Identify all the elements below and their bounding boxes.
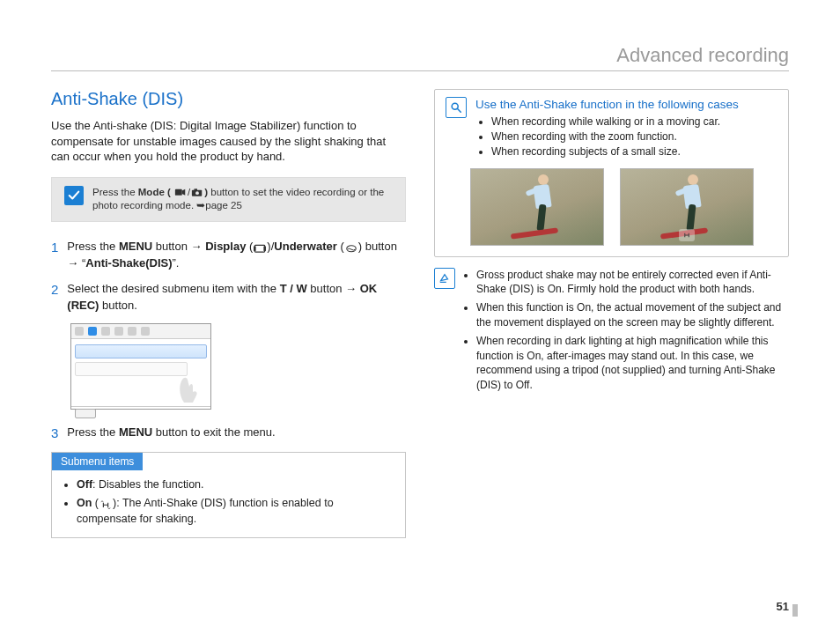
intro-paragraph: Use the Anti-shake (DIS: Digital Image S… xyxy=(51,118,406,165)
note-icon xyxy=(434,268,455,289)
tab-icon xyxy=(128,327,136,336)
svg-point-2 xyxy=(195,191,199,195)
header-rule xyxy=(51,70,789,71)
display-icon xyxy=(254,241,266,252)
screenshot-tabbar xyxy=(71,324,210,339)
tab-icon xyxy=(75,327,84,336)
section-title: Anti-Shake (DIS) xyxy=(51,89,406,109)
check-icon xyxy=(64,186,84,205)
list-item: When recording subjects of a small size. xyxy=(491,144,777,159)
example-thumbnails xyxy=(446,168,777,246)
list-item: When this function is On, the actual mov… xyxy=(476,300,789,330)
page-header: Advanced recording xyxy=(51,44,789,67)
example-thumb-shaky xyxy=(470,168,604,246)
step-1: 1 Press the MENU button → Display ()/Und… xyxy=(51,238,406,272)
tab-icon-active xyxy=(88,327,97,336)
svg-rect-6 xyxy=(264,246,267,250)
step-2: 2 Select the desired submenu item with t… xyxy=(51,280,406,314)
list-item: When recording in dark lighting at high … xyxy=(476,334,789,393)
menu-row-selected xyxy=(75,344,207,358)
menu-button-icon xyxy=(75,409,96,418)
svg-rect-3 xyxy=(195,188,198,190)
page-number: 51 xyxy=(777,600,789,613)
svg-line-9 xyxy=(457,108,461,112)
notes-list: Gross product shake may not be entirely … xyxy=(476,268,789,396)
screenshot-footer xyxy=(71,406,210,419)
page: Advanced recording Anti-Shake (DIS) Use … xyxy=(0,0,840,643)
underwater-icon xyxy=(345,241,357,252)
step-body: Press the MENU button → Display ()/Under… xyxy=(67,238,406,272)
list-item: Gross product shake may not be entirely … xyxy=(476,268,789,298)
submenu-box: Submenu items Off: Disables the function… xyxy=(51,452,406,539)
menu-row xyxy=(75,362,188,376)
step-body: Press the MENU button to exit the menu. xyxy=(67,424,275,443)
svg-rect-0 xyxy=(175,189,182,196)
anti-shake-icon xyxy=(99,499,112,509)
use-cases-box: Use the Anti-Shake function in the follo… xyxy=(434,89,789,257)
tab-icon xyxy=(141,327,150,336)
photo-mode-icon xyxy=(191,188,203,198)
step-number: 2 xyxy=(51,280,58,314)
list-item: When recording with the zoom function. xyxy=(491,129,777,144)
skateboarder-figure xyxy=(679,174,709,233)
use-cases-list: When recording while walking or in a mov… xyxy=(491,115,777,159)
anti-shake-overlay-icon xyxy=(679,229,695,241)
right-column: Use the Anti-Shake function in the follo… xyxy=(434,89,789,538)
example-thumb-stable xyxy=(620,168,754,246)
notes-row: Gross product shake may not be entirely … xyxy=(434,268,789,396)
submenu-list: Off: Disables the function. On (): The A… xyxy=(77,477,393,528)
mode-note-box: Press the Mode ( /) button to set the vi… xyxy=(51,177,406,222)
tab-icon xyxy=(101,327,110,336)
svg-rect-4 xyxy=(255,245,265,252)
video-mode-icon xyxy=(174,188,187,198)
magnifier-icon xyxy=(446,97,467,118)
svg-rect-5 xyxy=(254,246,256,250)
tab-icon xyxy=(114,327,123,336)
screenshot-body xyxy=(71,339,210,406)
submenu-item-on: On (): The Anti-Shake (DIS) function is … xyxy=(77,496,393,527)
left-column: Anti-Shake (DIS) Use the Anti-shake (DIS… xyxy=(51,89,406,538)
page-edge-mark xyxy=(792,604,798,617)
hand-silhouette-icon xyxy=(175,369,202,404)
step-body: Select the desired submenu item with the… xyxy=(67,280,406,314)
step-number: 3 xyxy=(51,424,58,443)
tip-heading: Use the Anti-Shake function in the follo… xyxy=(475,98,777,111)
list-item: When recording while walking or in a mov… xyxy=(491,115,777,129)
tip-header-row: Use the Anti-Shake function in the follo… xyxy=(446,97,777,168)
two-column-layout: Anti-Shake (DIS) Use the Anti-shake (DIS… xyxy=(51,89,789,538)
mode-note-text: Press the Mode ( /) button to set the vi… xyxy=(92,186,393,213)
submenu-heading: Submenu items xyxy=(52,453,143,470)
submenu-item-off: Off: Disables the function. xyxy=(77,477,393,493)
step-number: 1 xyxy=(51,238,58,272)
menu-screenshot xyxy=(70,323,211,410)
step-3: 3 Press the MENU button to exit the menu… xyxy=(51,424,406,443)
skateboarder-figure xyxy=(529,174,559,233)
